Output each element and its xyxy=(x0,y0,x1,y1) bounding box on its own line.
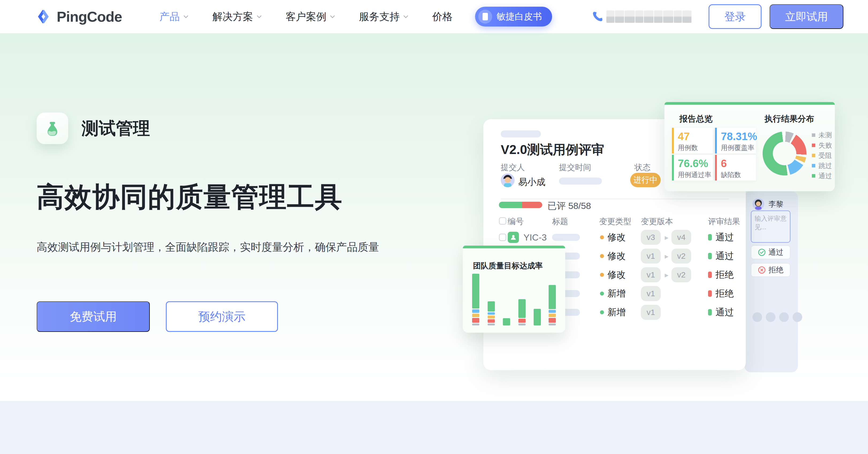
stat-value: 47 xyxy=(678,131,690,142)
execution-result-donut-chart xyxy=(763,132,806,175)
version-to: v2 xyxy=(672,249,691,263)
card-accent-bar xyxy=(463,246,565,248)
col-header-title: 标题 xyxy=(552,216,568,227)
table-header-row: 编号 标题 变更类型 变更版本 评审结果 xyxy=(483,215,746,227)
review-result: 通过 xyxy=(716,231,734,244)
progress-label: 已评 58/58 xyxy=(548,200,591,212)
phone-icon xyxy=(591,10,604,23)
legend-item-通过: 通过 xyxy=(812,171,832,180)
table-row: YIC-3修改v3▸v4通过 xyxy=(483,228,746,247)
reviewer-row: 李黎 xyxy=(752,198,783,210)
nav-menu: 产品解决方案客户案例服务支持价格 xyxy=(159,10,453,24)
legend-label: 受阻 xyxy=(818,151,832,160)
nav-item-服务支持[interactable]: 服务支持 xyxy=(359,10,409,24)
whitepaper-button-label: 敏捷白皮书 xyxy=(496,10,542,23)
whitepaper-button[interactable]: 敏捷白皮书 xyxy=(475,7,552,27)
bar-segment-未测 xyxy=(472,323,479,325)
legend-label: 通过 xyxy=(818,171,832,180)
placeholder-pill xyxy=(501,131,541,137)
result-marker xyxy=(708,309,712,315)
book-icon xyxy=(478,10,492,24)
bar-segment-通过 xyxy=(488,301,495,312)
legend-label: 未测 xyxy=(818,131,832,140)
bar-segment-通过 xyxy=(503,318,510,325)
legend-swatch xyxy=(812,174,815,177)
flask-icon xyxy=(44,120,61,137)
legend-swatch xyxy=(812,154,815,157)
submitter-name: 易小成 xyxy=(518,176,546,188)
review-card-title: V2.0测试用例评审 xyxy=(501,141,604,158)
bar-segment-通过 xyxy=(534,309,541,325)
legend-item-受阻: 受阻 xyxy=(812,151,832,160)
stat-box-用例通过率: 76.6%用例通过率 xyxy=(672,155,713,180)
logo-text: PingCode xyxy=(57,8,122,25)
nav-item-价格[interactable]: 价格 xyxy=(432,10,453,24)
stat-accent-bar xyxy=(715,128,717,153)
team-bar xyxy=(488,301,495,325)
chevron-down-icon xyxy=(403,13,409,20)
product-name: 测试管理 xyxy=(82,117,150,140)
team-bar xyxy=(549,284,556,325)
reject-button[interactable]: 拒绝 xyxy=(751,263,790,277)
hero-headline: 高效协同的质量管理工具 xyxy=(37,179,379,216)
approve-button[interactable]: 通过 xyxy=(751,245,790,259)
test-case-icon xyxy=(508,232,519,243)
login-button[interactable]: 登录 xyxy=(709,4,762,29)
phone-number xyxy=(591,10,691,23)
nav-right: 登录 立即试用 xyxy=(591,4,843,29)
result-marker xyxy=(708,253,712,259)
nav-item-产品[interactable]: 产品 xyxy=(159,10,189,24)
team-bar xyxy=(518,299,526,325)
submit-time-placeholder xyxy=(559,177,602,185)
nav-item-客户案例[interactable]: 客户案例 xyxy=(286,10,335,24)
review-comment-input[interactable] xyxy=(751,210,790,243)
stat-accent-bar xyxy=(672,128,674,153)
bar-segment-未测 xyxy=(518,323,526,325)
nav-item-label: 服务支持 xyxy=(359,10,400,24)
nav-item-解决方案[interactable]: 解决方案 xyxy=(212,10,262,24)
team-chart-title: 团队质量目标达成率 xyxy=(473,261,543,271)
submit-time-label: 提交时间 xyxy=(559,162,591,173)
divider xyxy=(501,199,728,199)
stat-accent-bar xyxy=(715,155,717,180)
pagination-dots xyxy=(752,312,802,322)
stat-label: 用例通过率 xyxy=(678,170,711,179)
approve-button-label: 通过 xyxy=(769,247,783,257)
chevron-down-icon xyxy=(330,13,335,20)
col-header-result: 评审结果 xyxy=(708,216,740,227)
pingcode-logo-icon xyxy=(35,8,52,25)
legend-item-失败: 失败 xyxy=(812,141,832,150)
change-type: 新增 xyxy=(608,287,626,300)
legend-item-未测: 未测 xyxy=(812,131,832,140)
card-accent-bar xyxy=(664,102,835,105)
legend-label: 失败 xyxy=(818,141,832,150)
stat-value: 78.31% xyxy=(721,131,757,142)
reject-button-label: 拒绝 xyxy=(769,265,783,275)
result-marker xyxy=(708,234,712,240)
stat-label: 用例数 xyxy=(678,143,698,152)
stat-box-用例数: 47用例数 xyxy=(672,128,713,153)
bar-segment-失败 xyxy=(488,319,495,323)
logo[interactable]: PingCode xyxy=(35,8,122,25)
legend-label: 跳过 xyxy=(818,161,832,170)
chevron-down-icon xyxy=(256,13,262,20)
bar-segment-跳过 xyxy=(549,310,556,313)
select-all-checkbox[interactable] xyxy=(499,217,506,225)
review-result: 通过 xyxy=(716,250,734,262)
bar-segment-跳过 xyxy=(472,309,479,313)
col-header-id: 编号 xyxy=(508,216,524,227)
chevron-down-icon xyxy=(183,13,189,20)
bar-segment-受阻 xyxy=(549,314,556,317)
bar-segment-通过 xyxy=(549,285,556,309)
row-checkbox[interactable] xyxy=(499,233,506,241)
legend-swatch xyxy=(812,164,815,167)
trial-button[interactable]: 立即试用 xyxy=(770,4,843,29)
review-progress-bar xyxy=(499,202,542,208)
book-demo-button[interactable]: 预约演示 xyxy=(166,301,278,332)
version-arrow-icon: ▸ xyxy=(665,233,669,242)
test-case-id: YIC-3 xyxy=(524,232,547,243)
version-to: v2 xyxy=(672,267,691,282)
free-trial-button[interactable]: 免费试用 xyxy=(37,301,150,332)
team-bar xyxy=(534,308,541,325)
nav-item-label: 解决方案 xyxy=(212,10,253,24)
